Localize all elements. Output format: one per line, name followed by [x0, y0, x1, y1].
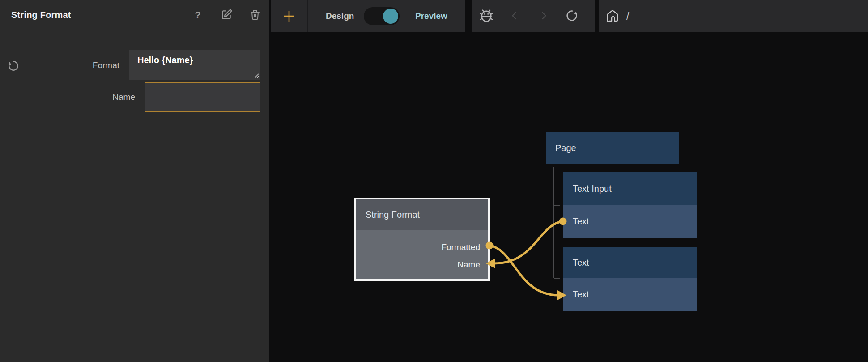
tree-connector-line	[554, 167, 560, 278]
node-text-header: Text	[563, 247, 697, 278]
reset-properties-button[interactable]	[7, 60, 20, 72]
port-label: Text	[573, 216, 589, 227]
home-icon	[606, 9, 619, 24]
toolbar-navigation-section: /	[599, 0, 868, 32]
app-root: String Format ?	[0, 0, 868, 362]
toolbar-debug-section	[472, 0, 595, 32]
help-button[interactable]: ?	[191, 9, 204, 22]
delete-button[interactable]	[249, 9, 261, 22]
chevron-left-icon	[509, 10, 520, 22]
panel-title: String Format	[11, 10, 71, 20]
breadcrumb: /	[626, 0, 629, 32]
sidebar-header: String Format ?	[0, 0, 269, 30]
trash-icon	[250, 9, 260, 22]
node-text-input-header: Text Input	[563, 172, 697, 205]
sidebar-header-actions: ?	[191, 0, 261, 30]
name-input[interactable]	[145, 82, 260, 112]
node-text-port-text[interactable]: Text	[563, 278, 697, 311]
home-button[interactable]	[604, 0, 621, 32]
design-mode-label[interactable]: Design	[326, 0, 354, 32]
node-title: Text	[573, 258, 589, 268]
port-name-input[interactable]: Name	[457, 260, 480, 270]
node-text-input-port-text[interactable]: Text	[563, 205, 697, 238]
rotate-ccw-icon	[7, 67, 20, 73]
wire-formatted-to-text	[489, 246, 558, 295]
edit-icon	[221, 9, 232, 22]
node-title: Text Input	[573, 184, 612, 194]
node-string-format-selected[interactable]: String Format Formatted Name	[354, 198, 490, 281]
toolbar-divider	[307, 0, 308, 32]
node-page-header: Page	[546, 132, 679, 164]
refresh-icon	[565, 9, 579, 24]
name-property-label: Name	[46, 92, 135, 102]
navigate-back-button[interactable]	[506, 0, 523, 32]
toggle-knob	[383, 9, 398, 24]
edit-button[interactable]	[220, 9, 233, 22]
toolbar-main-section: Design Preview	[271, 0, 465, 32]
properties-sidebar: String Format ?	[0, 0, 269, 362]
node-page[interactable]: Page	[546, 132, 679, 164]
node-string-format-header: String Format	[356, 199, 488, 230]
wire-textinput-to-name	[494, 221, 563, 263]
help-icon: ?	[195, 10, 200, 20]
navigate-forward-button[interactable]	[535, 0, 553, 32]
node-title: Page	[555, 143, 576, 153]
design-preview-toggle[interactable]	[364, 7, 400, 25]
textarea-resize-handle[interactable]	[253, 73, 268, 361]
format-property-label: Format	[30, 60, 119, 70]
node-text[interactable]: Text Text	[563, 247, 697, 311]
port-formatted-output[interactable]: Formatted	[441, 242, 480, 252]
node-text-input[interactable]: Text Input Text	[563, 172, 697, 238]
refresh-button[interactable]	[563, 0, 581, 32]
node-title: String Format	[366, 210, 420, 220]
chevron-right-icon	[538, 10, 549, 22]
format-input[interactable]: Hello {Name}	[129, 50, 260, 80]
debug-button[interactable]	[477, 0, 495, 32]
bug-icon	[479, 8, 494, 25]
plus-icon	[282, 17, 296, 24]
preview-mode-label[interactable]: Preview	[415, 0, 447, 32]
port-label: Text	[573, 289, 589, 300]
add-node-button[interactable]	[282, 9, 296, 23]
